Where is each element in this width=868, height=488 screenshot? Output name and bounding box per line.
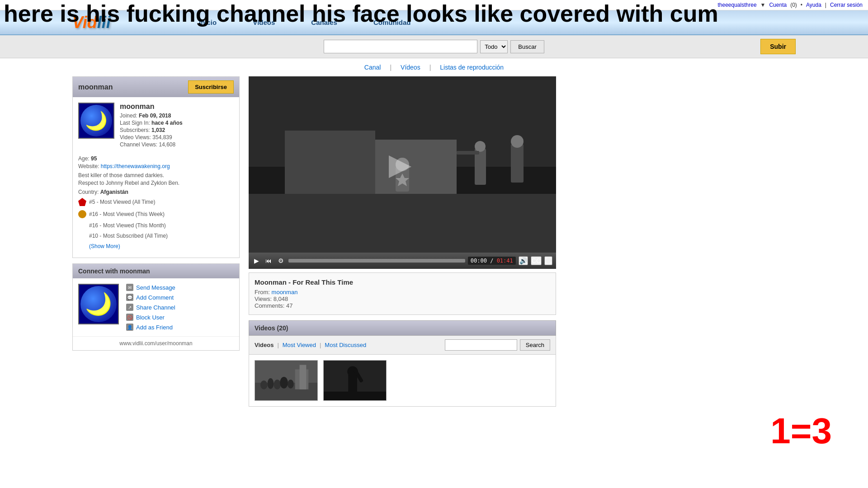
profile-details: moonman Joined: Feb 09, 2018 Last Sign I… xyxy=(120,103,234,149)
time-total: 01:41 xyxy=(497,258,513,264)
profile-website: Website: https://thenewawakening.org xyxy=(78,163,234,169)
video-title: Moonman - For Real This Time xyxy=(255,278,550,286)
videos-section: Videos (20) Videos | Most Viewed | Most … xyxy=(249,320,556,407)
video-frame[interactable] xyxy=(249,76,556,253)
subnav-canal[interactable]: Canal xyxy=(364,64,381,71)
connect-avatar xyxy=(78,284,119,324)
show-more-link[interactable]: (Show More) xyxy=(89,243,234,249)
block-icon: 🚫 xyxy=(126,314,133,321)
video-info: Moonman - For Real This Time From: moonm… xyxy=(249,272,556,315)
profile-extra: Age: 95 Website: https://thenewawakening… xyxy=(73,155,239,258)
tab-videos[interactable]: Videos xyxy=(255,342,274,348)
subscribe-button[interactable]: Suscribirse xyxy=(188,80,234,94)
profile-username: moonman xyxy=(120,103,234,111)
badge-item-2: #16 - Most Viewed (This Week) xyxy=(78,210,234,218)
svg-point-13 xyxy=(511,135,524,148)
comment-icon: 💬 xyxy=(126,294,133,301)
thumb2-scene xyxy=(324,360,386,401)
search-row: Todo Buscar Subir xyxy=(0,35,868,58)
svg-point-17 xyxy=(260,380,268,389)
avatar xyxy=(78,103,114,139)
videos-search-button[interactable]: Search xyxy=(520,339,550,351)
videos-search: Search xyxy=(445,339,550,351)
topbar-account[interactable]: Cuenta xyxy=(769,2,787,8)
videos-search-input[interactable] xyxy=(445,339,517,351)
topbar-notifications: (0) xyxy=(790,2,797,8)
search-filter[interactable]: Todo xyxy=(480,40,508,53)
videos-tabs: Videos | Most Viewed | Most Discussed xyxy=(255,342,366,348)
message-icon: ✉ xyxy=(126,284,133,291)
tab-most-viewed[interactable]: Most Viewed xyxy=(283,342,316,348)
fullscreen-button[interactable]: ⛶ xyxy=(544,256,552,265)
profile-info: moonman Joined: Feb 09, 2018 Last Sign I… xyxy=(73,97,239,154)
badge-red-icon xyxy=(78,198,86,206)
topbar-logout[interactable]: Cerrar sesión xyxy=(830,2,863,8)
video-scene xyxy=(249,76,556,253)
search-input[interactable] xyxy=(324,40,477,53)
time-display: 00:00 / 01:41 xyxy=(468,257,516,265)
profile-channel-views: Channel Views: 14,608 xyxy=(120,141,234,148)
video-meta: From: moonman Views: 8,048 Comments: 47 xyxy=(255,289,550,309)
profile-last-sign: Last Sign In: hace 4 años xyxy=(120,120,234,126)
volume-button[interactable]: 🔊 xyxy=(519,256,528,265)
svg-point-10 xyxy=(475,141,486,152)
svg-point-18 xyxy=(268,378,274,389)
block-user-link[interactable]: 🚫 Block User xyxy=(126,314,175,321)
send-message-link[interactable]: ✉ Send Message xyxy=(126,284,175,291)
videos-toolbar: Videos | Most Viewed | Most Discussed Se… xyxy=(249,336,556,355)
subnav-videos[interactable]: Vídeos xyxy=(401,64,420,71)
topbar-help[interactable]: Ayuda xyxy=(806,2,821,8)
play-button[interactable]: ▶ xyxy=(252,256,261,265)
svg-rect-12 xyxy=(511,144,524,183)
badge-item-1: #5 - Most Viewed (All Time) xyxy=(78,198,234,206)
profile-badges: #5 - Most Viewed (All Time) #16 - Most V… xyxy=(78,197,234,251)
upload-button[interactable]: Subir xyxy=(760,39,796,54)
video-content xyxy=(249,76,556,253)
left-panel: moonman Suscribirse moonman Joined: Feb … xyxy=(72,76,240,407)
meme-text: 1=3 xyxy=(770,410,832,452)
svg-point-21 xyxy=(288,380,294,389)
time-current: 00:00 xyxy=(471,258,487,264)
topbar-username[interactable]: theeequalsthree xyxy=(717,2,756,8)
share-icon: ↗ xyxy=(126,304,133,311)
svg-rect-23 xyxy=(300,365,307,389)
tab-most-discussed[interactable]: Most Discussed xyxy=(325,342,366,348)
captions-button[interactable]: CC xyxy=(531,256,542,265)
video-from-link[interactable]: moonman xyxy=(272,289,298,296)
videos-header: Videos (20) xyxy=(249,320,556,336)
connect-body: ✉ Send Message 💬 Add Comment ↗ Share Cha… xyxy=(73,278,239,336)
subnav-playlists[interactable]: Listas de reproducción xyxy=(440,64,504,71)
svg-point-19 xyxy=(274,380,281,389)
add-comment-link[interactable]: 💬 Add Comment xyxy=(126,294,175,301)
add-friend-link[interactable]: 👤 Add as Friend xyxy=(126,324,175,331)
svg-rect-28 xyxy=(324,392,386,401)
search-button[interactable]: Buscar xyxy=(510,40,544,53)
topbar-dropdown-icon[interactable]: ▼ xyxy=(760,2,766,8)
connect-section: Connect with moonman ✉ Send Message 💬 Ad… xyxy=(72,263,240,351)
svg-rect-11 xyxy=(457,151,479,155)
profile-subscribers: Subscribers: 1,032 xyxy=(120,127,234,133)
video-thumbnail-2[interactable] xyxy=(323,360,387,401)
profile-age: Age: 95 xyxy=(78,155,234,162)
connect-header: Connect with moonman xyxy=(73,264,239,278)
sub-nav: Canal | Vídeos | Listas de reproducción xyxy=(0,58,868,76)
video-grid xyxy=(249,355,556,407)
profile-header: moonman Suscribirse xyxy=(73,77,239,97)
profile-website-link[interactable]: https://thenewawakening.org xyxy=(101,163,170,169)
svg-rect-4 xyxy=(249,194,556,253)
thumb1-scene xyxy=(255,360,317,401)
video-thumbnail-1[interactable] xyxy=(255,360,318,401)
profile-header-username: moonman xyxy=(78,83,113,91)
video-controls: ▶ ⏮ ⚙ 00:00 / 01:41 🔊 CC ⛶ xyxy=(249,253,556,269)
connect-links: ✉ Send Message 💬 Add Comment ↗ Share Cha… xyxy=(126,284,175,331)
settings-button[interactable]: ⚙ xyxy=(276,256,286,265)
profile-joined: Joined: Feb 09, 2018 xyxy=(120,113,234,119)
skip-back-button[interactable]: ⏮ xyxy=(264,256,274,265)
progress-bar[interactable] xyxy=(288,259,465,263)
profile-section: moonman Suscribirse moonman Joined: Feb … xyxy=(72,76,240,258)
video-views: 8,048 xyxy=(274,296,288,302)
share-channel-link[interactable]: ↗ Share Channel xyxy=(126,304,175,311)
badge-item-4: #10 - Most Subscribed (All Time) xyxy=(78,233,234,239)
profile-video-views: Video Views: 354,839 xyxy=(120,134,234,141)
svg-rect-2 xyxy=(285,131,375,194)
